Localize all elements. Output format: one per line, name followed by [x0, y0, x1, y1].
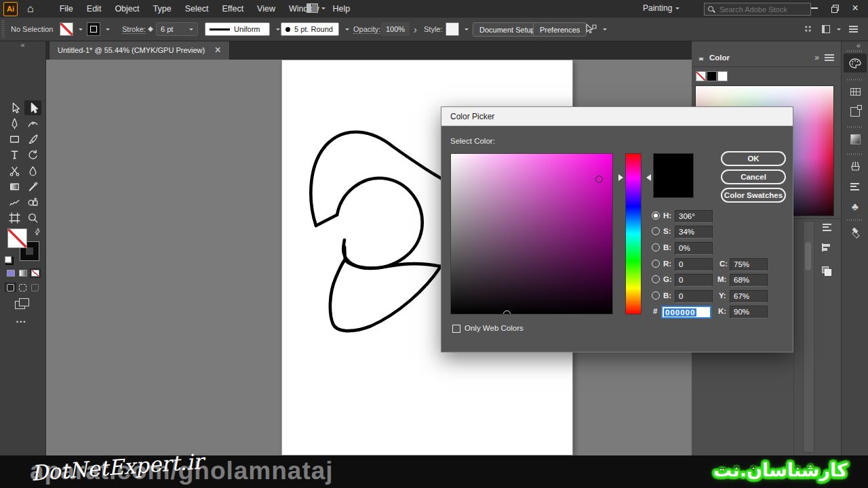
yellow-input[interactable]: 67% — [730, 290, 768, 303]
menu-item-help[interactable]: Help — [326, 4, 357, 14]
hue-input[interactable]: 306° — [675, 210, 713, 223]
document-setup-button[interactable]: Document Setup — [473, 22, 542, 37]
panel-menu-icon[interactable] — [825, 54, 834, 61]
blob-brush-tool[interactable] — [24, 163, 41, 178]
brush-select[interactable]: 5 pt. Round — [281, 22, 339, 36]
menu-item-edit[interactable]: Edit — [80, 4, 108, 14]
cancel-button[interactable]: Cancel — [721, 169, 786, 184]
color-field-marker[interactable] — [595, 176, 603, 183]
preferences-button[interactable]: Preferences — [533, 22, 587, 37]
saturation-radio[interactable] — [652, 227, 660, 235]
control-bar-grip[interactable] — [1, 20, 5, 38]
black-input[interactable]: 90% — [730, 306, 768, 319]
hue-radio[interactable] — [652, 211, 660, 220]
none-swatch[interactable] — [696, 71, 706, 81]
opacity-input[interactable]: 100% — [381, 22, 410, 36]
scissors-tool[interactable] — [6, 163, 23, 178]
distribute-button[interactable] — [819, 221, 834, 233]
direct-selection-tool[interactable] — [6, 100, 23, 115]
chevron-down-icon[interactable] — [465, 28, 469, 33]
curvature-tool[interactable] — [24, 116, 41, 131]
width-profile-select[interactable]: Uniform — [205, 22, 270, 36]
gradient-mode-button[interactable] — [18, 268, 28, 278]
hue-handle-right-icon[interactable] — [643, 174, 651, 181]
menu-item-object[interactable]: Object — [108, 4, 146, 14]
only-web-colors-checkbox[interactable] — [452, 325, 460, 333]
fill-color-indicator[interactable] — [8, 229, 26, 247]
chevron-down-icon[interactable] — [837, 28, 841, 33]
blue-input[interactable]: 0 — [675, 290, 713, 303]
panel-collapse-icon[interactable] — [698, 55, 705, 63]
workspace-switcher[interactable]: Painting — [643, 3, 679, 13]
gradient-panel-button[interactable] — [844, 129, 867, 148]
pencil-tool[interactable] — [6, 195, 23, 209]
ok-button[interactable]: OK — [721, 151, 786, 166]
color-panel-tab[interactable]: Color — [709, 54, 730, 62]
close-button[interactable] — [845, 1, 865, 16]
restore-button[interactable] — [825, 1, 845, 16]
collapse-to-icons-icon[interactable] — [814, 53, 819, 62]
white-swatch[interactable] — [717, 71, 728, 81]
layers-panel-button[interactable] — [844, 222, 867, 241]
saturation-input[interactable]: 34% — [675, 226, 713, 239]
black-swatch[interactable] — [707, 71, 717, 81]
menu-item-select[interactable]: Select — [178, 4, 216, 14]
color-mode-button[interactable] — [5, 268, 16, 278]
opacity-more-icon[interactable] — [414, 24, 417, 36]
stroke-weight-stepper[interactable] — [147, 23, 153, 35]
artboards-panel-button[interactable] — [844, 102, 867, 121]
default-fill-stroke-icon[interactable] — [5, 256, 14, 265]
chevron-down-icon[interactable] — [79, 28, 83, 33]
menu-item-file[interactable]: File — [53, 4, 80, 14]
control-menu-icon[interactable] — [849, 26, 858, 33]
green-input[interactable]: 0 — [675, 274, 713, 287]
chevron-down-icon[interactable] — [345, 28, 349, 33]
red-input[interactable]: 0 — [675, 258, 713, 271]
draw-normal-button[interactable] — [5, 283, 16, 292]
align-left-button[interactable] — [819, 241, 834, 253]
stroke-panel-button[interactable] — [844, 177, 867, 196]
shape-builder-tool[interactable] — [24, 195, 41, 209]
gradient-tool[interactable] — [6, 179, 23, 194]
brushes-panel-button[interactable] — [844, 157, 867, 176]
brightness-input[interactable]: 0% — [675, 242, 713, 255]
swatches-panel-button[interactable] — [844, 82, 867, 101]
cyan-input[interactable]: 75% — [730, 258, 768, 271]
draw-behind-button[interactable] — [17, 283, 28, 292]
zoom-tool[interactable] — [24, 210, 41, 225]
magenta-input[interactable]: 68% — [730, 274, 768, 287]
rotate-tool[interactable] — [24, 147, 41, 162]
menu-item-type[interactable]: Type — [146, 4, 178, 14]
screen-mode-button[interactable] — [15, 298, 30, 310]
menu-item-view[interactable]: View — [250, 4, 282, 14]
style-swatch[interactable] — [446, 22, 459, 36]
stroke-label[interactable]: Stroke: — [122, 25, 146, 34]
chevron-down-icon[interactable] — [276, 28, 280, 33]
chevron-down-icon[interactable] — [603, 28, 607, 33]
red-radio[interactable] — [652, 260, 660, 268]
search-input[interactable] — [718, 5, 795, 14]
hue-handle-left-icon[interactable] — [618, 174, 627, 181]
chevron-down-icon[interactable] — [106, 28, 110, 33]
none-mode-button[interactable] — [30, 268, 41, 278]
home-icon[interactable] — [27, 3, 34, 14]
brightness-radio[interactable] — [652, 243, 660, 251]
stock-search[interactable] — [704, 3, 811, 16]
dialog-title-bar[interactable]: Color Picker — [441, 107, 793, 126]
blue-radio[interactable] — [652, 291, 660, 300]
opacity-label[interactable]: Opacity: — [353, 25, 380, 34]
eyedropper-tool[interactable] — [24, 179, 41, 194]
panel-dock-icon[interactable] — [822, 25, 830, 33]
panel-scrollbar[interactable] — [803, 221, 814, 453]
color-panel-button[interactable] — [844, 54, 867, 73]
selection-options-icon[interactable] — [585, 24, 597, 35]
touch-workspace-icon[interactable] — [804, 25, 812, 33]
paintbrush-tool[interactable] — [24, 131, 41, 146]
rectangle-tool[interactable] — [6, 131, 23, 146]
tab-close-icon[interactable] — [214, 44, 220, 56]
hex-input[interactable]: 000000 — [661, 306, 711, 319]
document-tab[interactable]: Untitled-1* @ 55.44% (CMYK/GPU Preview) — [49, 41, 230, 60]
selection-tool[interactable] — [24, 100, 41, 115]
artboard-tool[interactable] — [6, 210, 23, 225]
arrange-button[interactable] — [819, 264, 834, 277]
